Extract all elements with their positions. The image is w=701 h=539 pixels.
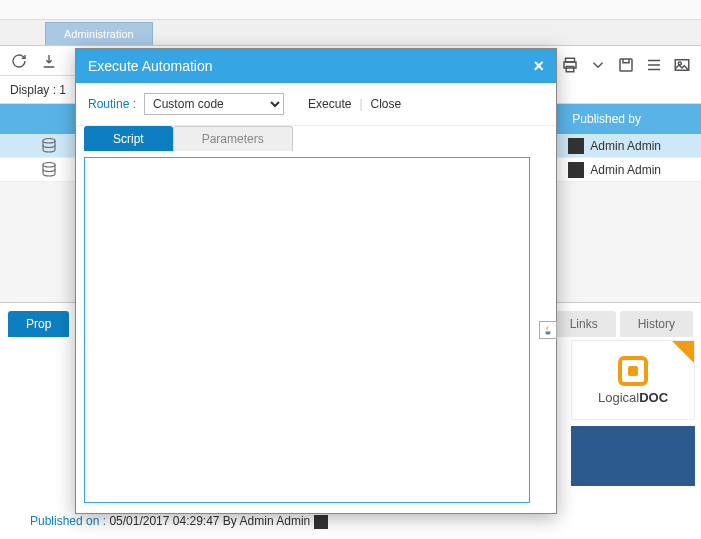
tab-properties[interactable]: Prop xyxy=(8,311,69,337)
print-icon[interactable] xyxy=(561,56,579,74)
refresh-icon[interactable] xyxy=(10,52,28,70)
published-by-user: Admin Admin xyxy=(240,514,311,528)
modal-title: Execute Automation xyxy=(88,58,213,74)
tab-links[interactable]: Links xyxy=(552,311,616,337)
logo-panel: LogicalDOC xyxy=(571,340,701,486)
svg-rect-3 xyxy=(620,59,632,71)
close-button[interactable]: Close xyxy=(371,97,402,111)
close-icon[interactable]: × xyxy=(533,59,544,73)
database-icon xyxy=(40,137,58,155)
display-label: Display : xyxy=(10,83,56,97)
svg-point-6 xyxy=(43,138,55,143)
published-on-date: 05/01/2017 04:29:47 xyxy=(109,514,219,528)
save-icon[interactable] xyxy=(617,56,635,74)
published-on-label: Published on : xyxy=(30,514,106,528)
image-icon[interactable] xyxy=(673,56,691,74)
list-icon[interactable] xyxy=(645,56,663,74)
execute-button[interactable]: Execute xyxy=(308,97,351,111)
download-icon[interactable] xyxy=(40,52,58,70)
avatar xyxy=(568,162,584,178)
tab-parameters[interactable]: Parameters xyxy=(173,126,293,151)
svg-point-7 xyxy=(43,162,55,167)
tab-script[interactable]: Script xyxy=(84,126,173,151)
brand-logo-icon xyxy=(618,356,648,386)
execute-automation-dialog: Execute Automation × Routine : Custom co… xyxy=(75,48,557,514)
routine-label: Routine : xyxy=(88,97,136,111)
display-value: 1 xyxy=(59,83,66,97)
tab-history[interactable]: History xyxy=(620,311,693,337)
nav-tab-administration[interactable]: Administration xyxy=(45,22,153,45)
chevron-down-icon[interactable] xyxy=(589,56,607,74)
java-icon xyxy=(539,321,557,339)
col-published-by: Published by xyxy=(572,112,701,126)
script-textarea[interactable] xyxy=(84,157,530,503)
published-by-label: By xyxy=(223,514,237,528)
avatar xyxy=(314,515,328,529)
database-icon xyxy=(40,161,58,179)
publisher-name: Admin Admin xyxy=(590,163,661,177)
avatar xyxy=(568,138,584,154)
routine-select[interactable]: Custom code xyxy=(144,93,284,115)
publisher-name: Admin Admin xyxy=(590,139,661,153)
